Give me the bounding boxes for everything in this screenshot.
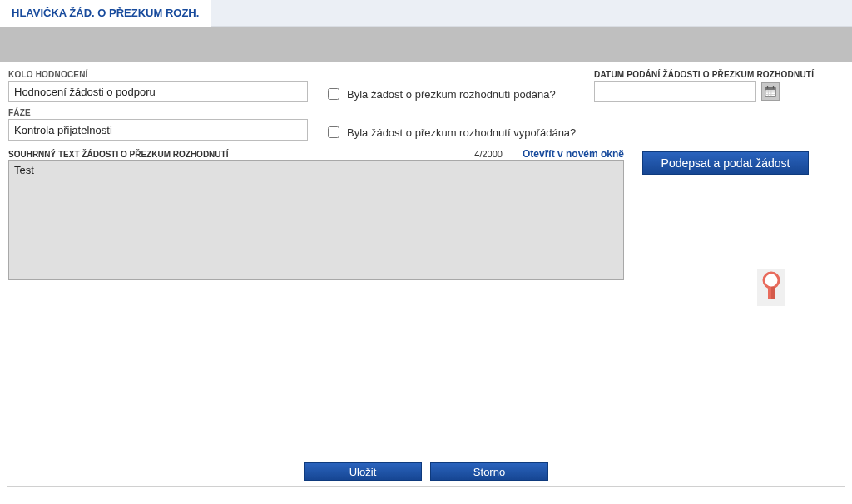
label-vyporadana: Byla žádost o přezkum rozhodnutí vypořád… bbox=[347, 126, 576, 139]
label-kolo: KOLO HODNOCENÍ bbox=[8, 70, 308, 79]
svg-rect-1 bbox=[765, 88, 775, 91]
label-souhrn: SOUHRNNÝ TEXT ŽÁDOSTI O PŘEZKUM ROZHODNU… bbox=[8, 150, 228, 159]
tab-bar: HLAVIČKA ŽÁD. O PŘEZKUM ROZH. bbox=[0, 0, 852, 27]
label-podana: Byla žádost o přezkum rozhodnutí podána? bbox=[347, 88, 556, 101]
calendar-icon bbox=[765, 86, 776, 97]
cancel-button[interactable]: Storno bbox=[430, 462, 548, 481]
svg-rect-10 bbox=[768, 287, 771, 299]
datum-input[interactable] bbox=[594, 81, 756, 102]
char-counter: 4/2000 bbox=[474, 149, 503, 159]
svg-rect-11 bbox=[771, 287, 775, 299]
open-new-window-link[interactable]: Otevřít v novém okně bbox=[523, 148, 624, 160]
form-content: KOLO HODNOCENÍ Byla žádost o přezkum roz… bbox=[0, 62, 852, 283]
seal-icon bbox=[760, 271, 782, 304]
toolbar-strip bbox=[0, 27, 852, 62]
sign-submit-button[interactable]: Podepsat a podat žádost bbox=[642, 151, 809, 175]
checkbox-vyporadana[interactable] bbox=[328, 126, 339, 138]
checkbox-podana[interactable] bbox=[328, 88, 339, 100]
footer-actions: Uložit Storno bbox=[7, 457, 845, 487]
faze-input[interactable] bbox=[8, 119, 308, 141]
tab-active[interactable]: HLAVIČKA ŽÁD. O PŘEZKUM ROZH. bbox=[0, 0, 211, 27]
svg-point-8 bbox=[764, 273, 779, 288]
seal-badge bbox=[757, 269, 785, 306]
save-button[interactable]: Uložit bbox=[304, 462, 422, 481]
souhrn-textarea[interactable] bbox=[8, 160, 624, 280]
kolo-input[interactable] bbox=[8, 81, 308, 102]
calendar-button[interactable] bbox=[761, 82, 780, 101]
label-faze: FÁZE bbox=[8, 108, 308, 117]
label-datum: DATUM PODÁNÍ ŽÁDOSTI O PŘEZKUM ROZHODNUT… bbox=[594, 70, 844, 79]
